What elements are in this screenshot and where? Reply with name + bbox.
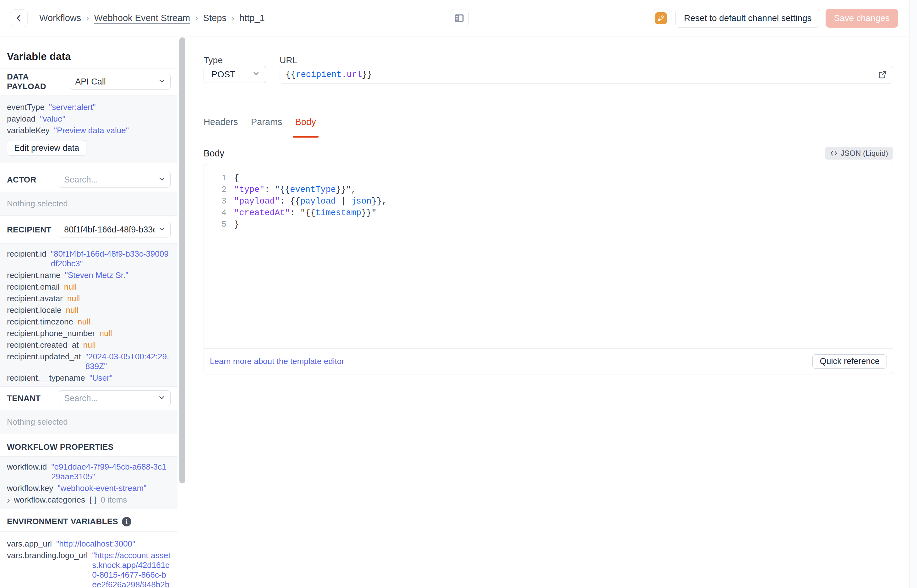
token: } bbox=[234, 220, 239, 229]
learn-more-link[interactable]: Learn more about the template editor bbox=[210, 357, 344, 366]
recipient-row: RECIPIENT 80f1f4bf-166d-48f9-b33c bbox=[0, 216, 178, 244]
data-payload-row: DATA PAYLOAD API Call bbox=[0, 68, 178, 95]
recipient-fields: recipient.id"80f1f4bf-166d-48f9-b33c-390… bbox=[7, 248, 171, 384]
chevron-right-icon[interactable]: › bbox=[7, 495, 10, 505]
token: {{ bbox=[305, 208, 315, 218]
info-icon[interactable]: i bbox=[122, 517, 131, 527]
environment-variable-fields: vars.app_url"http://localhost:3000"vars.… bbox=[7, 538, 171, 588]
edit-preview-data-button[interactable]: Edit preview data bbox=[7, 140, 86, 156]
sidebar-toggle-button[interactable] bbox=[450, 9, 469, 27]
kv-row: recipient.avatarnull bbox=[7, 293, 171, 304]
kv-key: recipient.phone_number bbox=[7, 328, 95, 338]
actor-search-placeholder: Search... bbox=[64, 175, 155, 185]
code-line-content: "payload": {{payload | json}}, bbox=[234, 196, 387, 207]
kv-key: payload bbox=[7, 114, 36, 124]
panel-left-icon bbox=[454, 13, 465, 23]
tab-headers[interactable]: Headers bbox=[203, 117, 238, 137]
tab-params[interactable]: Params bbox=[251, 117, 283, 137]
sidebar-scrollbar-thumb[interactable] bbox=[179, 37, 186, 483]
token: : " bbox=[290, 208, 305, 218]
token: | bbox=[336, 197, 351, 206]
kv-row: recipient.name"Steven Metz Sr." bbox=[7, 270, 171, 281]
breadcrumb-item-workflows[interactable]: Workflows bbox=[39, 13, 81, 23]
token: }}", bbox=[336, 185, 356, 194]
kv-value: [ ] bbox=[90, 495, 97, 505]
kv-key: recipient.updated_at bbox=[7, 352, 81, 362]
http-method-value: POST bbox=[211, 69, 235, 79]
language-badge-text: JSON (Liquid) bbox=[841, 149, 888, 158]
token: : bbox=[280, 197, 290, 206]
variable-data-sidebar: Variable data DATA PAYLOAD API Call even… bbox=[0, 37, 188, 588]
editor-footer: Learn more about the template editor Qui… bbox=[204, 348, 893, 374]
breadcrumb-item-steps[interactable]: Steps bbox=[203, 13, 226, 23]
kv-value: "2024-03-05T00:42:29.839Z" bbox=[86, 352, 171, 371]
kv-key: recipient.email bbox=[7, 282, 60, 292]
external-link-icon[interactable] bbox=[878, 70, 887, 79]
url-input[interactable]: {{recipient.url}} bbox=[279, 66, 893, 84]
recipient-fields-section: recipient.id"80f1f4bf-166d-48f9-b33c-390… bbox=[0, 244, 178, 387]
actor-search-select[interactable]: Search... bbox=[59, 172, 171, 187]
request-tabs: Headers Params Body bbox=[203, 117, 893, 137]
language-badge: JSON (Liquid) bbox=[825, 147, 893, 160]
kv-row: recipient.created_atnull bbox=[7, 339, 171, 351]
kv-extra: 0 items bbox=[101, 495, 127, 505]
save-changes-button[interactable]: Save changes bbox=[826, 9, 898, 27]
data-payload-label: DATA PAYLOAD bbox=[7, 72, 70, 91]
top-bar: Workflows › Webhook Event Stream › Steps… bbox=[0, 0, 909, 36]
sidebar-title: Variable data bbox=[0, 37, 178, 63]
quick-reference-button[interactable]: Quick reference bbox=[812, 354, 887, 369]
token: { bbox=[234, 173, 239, 183]
kv-key: eventType bbox=[7, 102, 45, 112]
environment-variables-heading: ENVIRONMENT VARIABLES i bbox=[0, 509, 178, 531]
recipient-selected-value: 80f1f4bf-166d-48f9-b33c bbox=[64, 225, 155, 235]
type-label: Type bbox=[203, 56, 266, 65]
workflow-properties-section: workflow.id"e91ddae4-7f99-45cb-a688-3c12… bbox=[0, 456, 178, 509]
page-scrollbar-track[interactable] bbox=[909, 0, 917, 588]
token: "createdAt" bbox=[234, 208, 290, 218]
kv-key: recipient.id bbox=[7, 249, 47, 259]
workflow-step-editor-page: Workflows › Webhook Event Stream › Steps… bbox=[0, 0, 917, 588]
actor-row: ACTOR Search... bbox=[0, 163, 178, 192]
back-button[interactable] bbox=[10, 10, 27, 27]
code-editor[interactable]: 1{2"type": "{{eventType}}",3"payload": {… bbox=[204, 164, 893, 348]
tenant-empty-state: Nothing selected bbox=[0, 410, 178, 434]
kv-row: eventType"server:alert" bbox=[7, 102, 171, 113]
chevron-down-icon bbox=[158, 394, 166, 403]
kv-row: recipient.__typename"User" bbox=[7, 372, 171, 384]
kv-value: "User" bbox=[90, 373, 113, 383]
data-payload-fields: eventType"server:alert"payload"value"var… bbox=[7, 102, 171, 136]
breadcrumb-item-workflow-name[interactable]: Webhook Event Stream bbox=[94, 13, 191, 23]
tenant-search-select[interactable]: Search... bbox=[59, 391, 171, 406]
reset-to-default-button[interactable]: Reset to default channel settings bbox=[675, 9, 820, 27]
kv-value: "Preview data value" bbox=[54, 126, 129, 136]
data-payload-select[interactable]: API Call bbox=[70, 74, 171, 89]
data-payload-preview-section: eventType"server:alert"payload"value"var… bbox=[0, 95, 178, 163]
tab-body[interactable]: Body bbox=[295, 117, 316, 137]
kv-value: null bbox=[67, 294, 80, 304]
token: recipient bbox=[295, 70, 341, 79]
token: }}" bbox=[361, 208, 377, 218]
token: {{ bbox=[290, 197, 300, 206]
kv-value: null bbox=[66, 305, 78, 315]
workflow-fields: workflow.id"e91ddae4-7f99-45cb-a688-3c12… bbox=[7, 461, 171, 506]
chevron-down-icon bbox=[158, 77, 166, 86]
header-actions: Reset to default channel settings Save c… bbox=[652, 9, 898, 27]
body-label: Body bbox=[203, 149, 224, 158]
recipient-select[interactable]: 80f1f4bf-166d-48f9-b33c bbox=[59, 222, 171, 237]
kv-row: workflow.id"e91ddae4-7f99-45cb-a688-3c12… bbox=[7, 461, 171, 483]
body-section-header: Body JSON (Liquid) bbox=[203, 147, 893, 160]
kv-row: recipient.updated_at"2024-03-05T00:42:29… bbox=[7, 351, 171, 372]
breadcrumb-item-step-name[interactable]: http_1 bbox=[239, 13, 265, 23]
kv-row: recipient.phone_numbernull bbox=[7, 328, 171, 339]
chevron-down-icon bbox=[158, 225, 166, 234]
kv-value: null bbox=[99, 328, 112, 338]
chevron-down-icon bbox=[158, 175, 166, 184]
commit-changes-button[interactable] bbox=[652, 9, 670, 27]
request-editor-panel: Type POST URL {{recipient.url}} bbox=[189, 37, 909, 588]
http-method-select[interactable]: POST bbox=[203, 66, 266, 83]
kv-row: recipient.localenull bbox=[7, 304, 171, 316]
kv-row: variableKey"Preview data value" bbox=[7, 125, 171, 136]
token: "type" bbox=[234, 185, 265, 194]
token: }}, bbox=[371, 197, 387, 206]
token: url bbox=[347, 70, 362, 79]
